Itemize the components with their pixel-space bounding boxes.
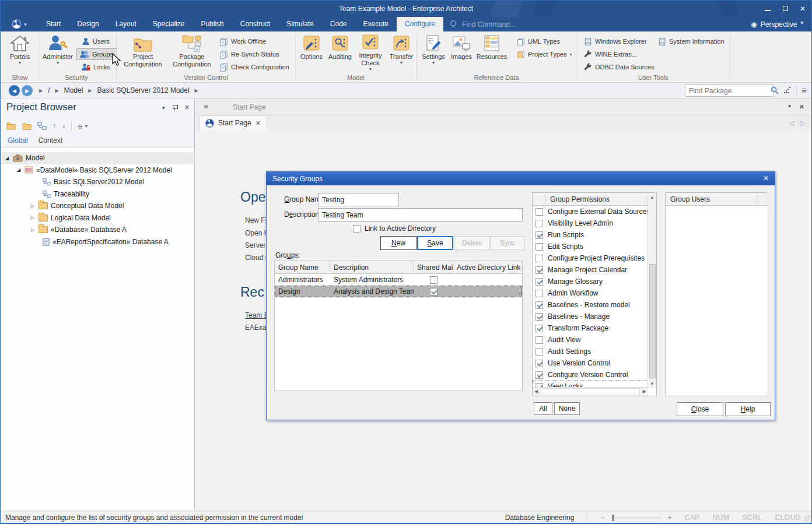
zoom-slider[interactable] [610,515,662,521]
tab-code[interactable]: Code [322,17,355,31]
breadcrumb-package[interactable]: Basic SQLServer 2012 Model [97,86,190,94]
package-configuration-button[interactable]: Package Configuration [169,33,215,72]
folder-icon[interactable] [22,122,32,130]
permission-checkbox[interactable] [536,336,543,344]
options-button[interactable]: Options [298,33,326,72]
permission-item[interactable]: Manage Glossary [533,276,648,287]
expander-closed-icon[interactable]: ▷ [30,215,36,220]
save-button[interactable]: Save [417,236,453,250]
permission-item[interactable]: Manage Project Calendar [533,264,648,276]
tab-layout[interactable]: Layout [107,17,145,31]
panel-menu-icon[interactable]: ▾ [162,105,165,111]
tree-item-datamodel[interactable]: ◢ «DataModel» Basic SQLServer 2012 Model [1,164,194,177]
tab-global[interactable]: Global [8,136,28,145]
tab-start-page[interactable]: Start Page ✕ [199,115,267,130]
move-down-icon[interactable]: ↓ [62,122,65,130]
scroll-right-icon[interactable]: ▶ [643,389,646,394]
link-server[interactable]: Server [245,241,265,249]
resynch-status-button[interactable]: Re-Synch Status [216,48,282,60]
permission-checkbox[interactable] [536,208,543,216]
permission-item[interactable]: Use Version Control [533,357,648,369]
description-input[interactable] [318,208,523,221]
permission-checkbox[interactable] [536,348,543,356]
scroll-down-icon[interactable]: ▼ [648,381,656,386]
none-button[interactable]: None [554,402,580,415]
images-button[interactable]: Images [449,33,474,72]
tab-close-icon[interactable]: ✕ [256,119,261,127]
tree-item-diagram-traceability[interactable]: Traceability [1,188,194,201]
tab-publish[interactable]: Publish [192,17,232,31]
expander-closed-icon[interactable]: ▷ [30,227,36,233]
pin-icon[interactable] [172,105,177,111]
scroll-up-icon[interactable]: ▲ [648,195,656,200]
dialog-close-icon[interactable]: ✕ [763,174,769,182]
col-group-name[interactable]: Group Name [275,261,330,273]
help-button[interactable]: Help [725,402,771,416]
resize-grip[interactable] [804,515,811,523]
breadcrumb-root[interactable]: / [48,86,50,94]
double-chevron-icon[interactable]: » [204,101,208,111]
integrity-check-button[interactable]: Integrity Check ▾ [355,33,386,72]
odbc-data-sources-button[interactable]: ODBC Data Sources [581,61,657,73]
tree-item-report-spec[interactable]: «EAReportSpecification» Database A [1,236,194,248]
maximize-button[interactable] [781,5,789,13]
perspective-button[interactable]: ◉ Perspective ▾ [751,17,803,31]
permission-checkbox[interactable] [536,243,543,251]
expander-open-icon[interactable]: ◢ [4,156,10,161]
link-open-file[interactable]: Open F [245,229,266,237]
vertical-scrollbar[interactable]: ▲ ▼ [648,193,656,388]
permission-checkbox[interactable] [536,231,543,239]
permission-checkbox[interactable] [536,360,543,367]
zoom-out-icon[interactable]: − [600,514,604,522]
col-shared-mail[interactable]: Shared Mail [414,261,453,273]
sync-button[interactable]: Sync [491,236,524,250]
close-document-icon[interactable]: ✕ [799,103,804,111]
permission-item[interactable]: Configure External Data Sources [533,206,648,217]
auditing-button[interactable]: Auditing [326,33,354,72]
permission-item[interactable]: Configure Version Control [533,369,648,381]
permission-item[interactable]: Edit Scripts [533,241,648,252]
permission-checkbox[interactable] [536,266,543,274]
group-name-input[interactable] [318,193,399,206]
close-dialog-button[interactable]: Close [677,402,723,416]
project-configuration-button[interactable]: Project Configuration [118,33,167,72]
portals-button[interactable]: Portals ▾ [3,33,37,72]
tab-execute[interactable]: Execute [355,17,397,31]
recent-link-team-example[interactable]: Team E [245,311,266,319]
expander-closed-icon[interactable]: ▷ [30,203,36,209]
tree-item-conceptual[interactable]: ▷ Conceptual Data Model [1,200,194,212]
permission-checkbox[interactable] [536,290,543,297]
col-description[interactable]: Description [330,261,414,273]
work-offline-button[interactable]: Work Offline [216,36,269,47]
move-up-icon[interactable]: ↑ [52,122,56,130]
locks-button[interactable]: Locks [79,61,113,73]
settings-button[interactable]: Settings ▾ [419,33,448,72]
permission-checkbox[interactable] [536,313,543,321]
permission-item[interactable]: Configure Project Prerequisites [533,252,648,264]
group-users-header[interactable]: Group Users [666,193,768,206]
active-technology[interactable]: Database Engineering [505,514,575,522]
link-new-file[interactable]: New Fi [245,216,266,224]
shared-mail-checkbox[interactable] [430,276,438,284]
all-button[interactable]: All [534,402,552,415]
hamburger-menu-icon[interactable]: ≡ [78,121,83,131]
permission-checkbox[interactable] [536,278,543,286]
windows-explorer-button[interactable]: Windows Explorer [581,36,650,47]
permission-item[interactable]: Run Scripts [533,229,648,241]
group-permissions-header-label[interactable]: Group Permissions [533,195,610,203]
tab-configure[interactable]: Configure [397,17,443,31]
chevron-down-icon[interactable]: ▾ [788,103,791,111]
tree-item-database-a[interactable]: ▷ «Database» Database A [1,224,194,236]
slider-thumb[interactable] [612,515,614,521]
groups-button[interactable]: Groups [76,48,117,60]
permission-checkbox[interactable] [536,255,543,262]
hamburger-menu-icon[interactable]: ≡ [802,85,807,95]
users-button[interactable]: Users [79,36,113,47]
tab-simulate[interactable]: Simulate [278,17,322,31]
project-types-button[interactable]: Project Types ▾ [514,48,575,60]
delete-button[interactable]: Delete [454,236,490,250]
new-button[interactable]: New [380,236,416,250]
find-package-input[interactable] [685,85,774,97]
tree-item-logical[interactable]: ▷ Logical Data Model [1,212,194,224]
scroll-left-icon[interactable]: ◀ [534,389,538,394]
